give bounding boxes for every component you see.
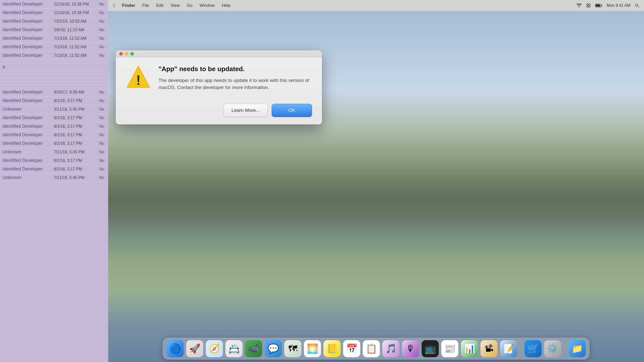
dock-separator-2 (565, 342, 565, 355)
table-row: Identified Developer2/6/18, 11:13 AMNo (0, 26, 108, 34)
table-row (0, 60, 108, 63)
table-row: Identified Developer7/13/16, 11:52 AMNo (0, 43, 108, 51)
svg-point-1 (589, 4, 590, 5)
svg-line-8 (638, 6, 639, 8)
dialog-title: "App" needs to be updated. (158, 65, 312, 73)
control-center-icon (586, 3, 591, 8)
dock-separator (521, 342, 521, 355)
dialog-maximize-button[interactable] (130, 52, 134, 56)
dock-icon-contacts[interactable]: 📇 (225, 340, 243, 357)
dock-icon-itunes[interactable]: 🎵 (382, 340, 399, 357)
dock-icon-finder[interactable]: 🔵 (167, 340, 184, 357)
table-row: Identified Developer8/2/16, 3:17 PMNo (0, 97, 108, 105)
menu-time: Mon 9:41 AM (607, 3, 630, 8)
apple-menu[interactable]:  (113, 3, 115, 9)
table-row (0, 81, 108, 85)
search-icon[interactable] (635, 4, 639, 8)
table-row: Identified Developer12/16/18, 10:38 PMNo (0, 0, 108, 9)
dock-icon-safari[interactable]: 🧭 (206, 340, 223, 357)
dialog-close-button[interactable] (119, 52, 123, 56)
table-row (0, 78, 108, 81)
dock-icon-files[interactable]: 📁 (569, 340, 586, 357)
menu-help[interactable]: Help (222, 3, 231, 8)
dock-icon-pages[interactable]: 📝 (500, 340, 517, 357)
table-row: Identified Developer12/16/18, 10:38 PMNo (0, 9, 108, 17)
dock: 🔵 🚀 🧭 📇 📹 💬 🗺 🌅 📒 (163, 338, 589, 359)
table-row: Identified Developer7/13/16, 11:52 AMNo (0, 34, 108, 43)
dock-icon-facetime[interactable]: 📹 (245, 340, 262, 357)
dock-icon-photos[interactable]: 🌅 (304, 340, 321, 357)
dock-icon-messages[interactable]: 💬 (265, 340, 282, 357)
table-row: Unknown7/11/16, 5:45 PMNo (0, 173, 108, 182)
dock-icon-syspreferences[interactable]: ⚙️ (544, 340, 561, 357)
menu-bar:  Finder File Edit View Go Window Help (108, 0, 644, 11)
svg-point-3 (589, 6, 590, 7)
dock-icon-tv[interactable]: 📺 (422, 340, 439, 357)
table-row: Identified Developer8/2/16, 3:17 PMNo (0, 156, 108, 165)
background-panel: Identified Developer12/16/18, 10:38 PMNo… (0, 0, 108, 362)
dock-icon-appstore[interactable]: 🛒 (525, 340, 542, 357)
svg-rect-5 (601, 5, 602, 6)
table-row: Identified Developer9/26/17, 9:39 AMNo (0, 88, 108, 97)
svg-rect-6 (595, 5, 600, 7)
menu-bar-left:  Finder File Edit View Go Window Help (113, 3, 231, 9)
table-row: Identified Developer8/2/16, 3:17 PMNo (0, 131, 108, 139)
dock-icon-news[interactable]: 📰 (441, 340, 458, 357)
table-row: Identified Developer8/2/16, 3:17 PMNo (0, 165, 108, 173)
table-row: Identified Developer7/13/16, 11:52 AMNo (0, 51, 108, 60)
menu-bar-right: Mon 9:41 AM (577, 3, 639, 8)
battery-icon (595, 4, 602, 8)
table-row: Unknown3/11/16, 5:45 PMNo (0, 105, 108, 114)
table-row (0, 72, 108, 75)
dock-icon-launchpad[interactable]: 🚀 (186, 340, 203, 357)
menu-edit[interactable]: Edit (156, 3, 164, 8)
menu-view[interactable]: View (171, 3, 180, 8)
wifi-icon (577, 4, 582, 8)
dock-icon-maps[interactable]: 🗺 (284, 340, 301, 357)
svg-point-2 (587, 6, 588, 7)
dialog-minimize-button[interactable] (125, 52, 128, 56)
warning-icon: ! (126, 65, 151, 90)
dock-icon-numbers[interactable]: 📊 (461, 340, 478, 357)
svg-point-0 (587, 4, 588, 5)
table-row: Identified Developer8/2/16, 3:17 PMNo (0, 114, 108, 122)
table-row: Identified Developer7/22/19, 10:53 AMNo (0, 17, 108, 26)
dialog-content: ! "App" needs to be updated. The develop… (116, 57, 322, 99)
menu-file[interactable]: File (142, 3, 149, 8)
dock-icon-keynote[interactable]: 📽 (480, 340, 498, 357)
table-row: It (0, 63, 108, 72)
dock-icon-podcasts[interactable]: 🎙 (402, 340, 419, 357)
table-row: Identified Developer8/2/16, 3:17 PMNo (0, 139, 108, 148)
dock-icon-reminders[interactable]: 📋 (363, 340, 380, 357)
ok-button[interactable]: OK (272, 104, 312, 117)
learn-more-button[interactable]: Learn More... (224, 104, 268, 117)
dialog-text: "App" needs to be updated. The developer… (158, 65, 312, 91)
dock-icon-notes[interactable]: 📒 (324, 340, 341, 357)
table-row: Identified Developer8/2/16, 3:17 PMNo (0, 122, 108, 131)
table-row (0, 75, 108, 78)
dialog-body: The developer of this app needs to updat… (158, 77, 312, 91)
menu-finder[interactable]: Finder (122, 3, 135, 8)
dialog: ! "App" needs to be updated. The develop… (116, 50, 322, 124)
menu-window[interactable]: Window (199, 3, 215, 8)
table-row (0, 85, 108, 88)
svg-text:!: ! (136, 72, 141, 88)
dock-icon-calendar[interactable]: 📅 (343, 340, 360, 357)
macos-desktop:  Finder File Edit View Go Window Help (108, 0, 644, 362)
dialog-buttons: Learn More... OK (116, 99, 322, 124)
dialog-titlebar (116, 50, 322, 57)
table-row: Unknown7/11/16, 5:45 PMNo (0, 148, 108, 156)
background-table: Identified Developer12/16/18, 10:38 PMNo… (0, 0, 108, 182)
menu-go[interactable]: Go (187, 3, 193, 8)
